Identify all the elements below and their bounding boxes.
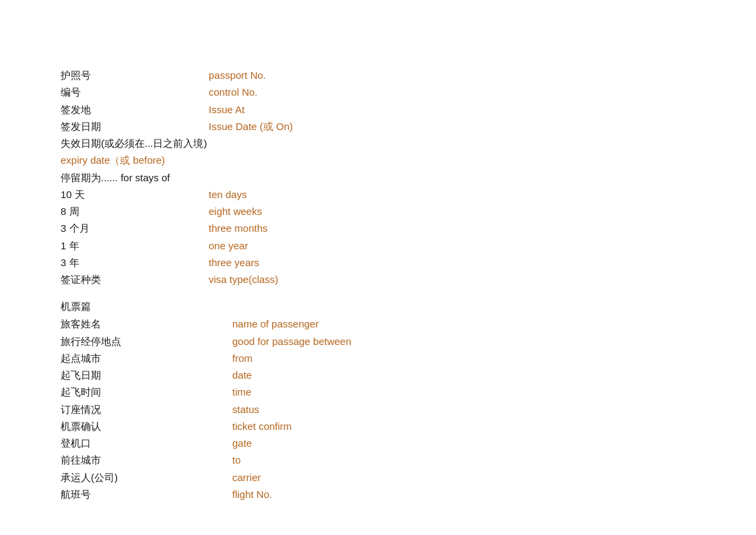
- english-text: carrier: [232, 470, 261, 485]
- passport-row: 10 天ten days: [61, 187, 756, 202]
- chinese-text: 航班号: [61, 486, 155, 502]
- chinese-text: 1 年: [61, 238, 155, 253]
- chinese-text: 8 周: [61, 203, 155, 219]
- chinese-text: 旅客姓名: [61, 316, 155, 332]
- chinese-text: 承运人(公司): [61, 470, 155, 485]
- ticket-row: 起飞时间time: [61, 384, 756, 400]
- chinese-text: 签发地: [61, 102, 155, 117]
- ticket-row: 旅行经停地点good for passage between: [61, 334, 756, 349]
- chinese-text: 失效日期(或必须在...日之前入境): [61, 135, 207, 151]
- english-text: status: [232, 402, 259, 417]
- chinese-text: 编号: [61, 84, 155, 100]
- english-text: eight weeks: [209, 203, 262, 219]
- chinese-text: 登机口: [61, 435, 155, 451]
- chinese-text: 签证种类: [61, 272, 155, 287]
- english-text: time: [232, 384, 251, 400]
- english-text: Issue At: [209, 102, 244, 117]
- english-text: to: [232, 452, 241, 468]
- chinese-text: 订座情况: [61, 402, 155, 417]
- english-text: one year: [209, 238, 248, 253]
- english-text: passport No.: [209, 67, 266, 83]
- passport-row: 签证种类visa type(class): [61, 272, 756, 287]
- chinese-text: 护照号: [61, 67, 155, 83]
- english-text: gate: [232, 435, 252, 451]
- passport-row: 停留期为...... for stays of: [61, 170, 756, 185]
- passport-row: 签发地Issue At: [61, 102, 756, 117]
- ticket-section: 机票篇旅客姓名name of passenger旅行经停地点good for p…: [61, 301, 756, 502]
- ticket-row: 旅客姓名name of passenger: [61, 316, 756, 332]
- passport-row: 签发日期Issue Date (或 On): [61, 119, 756, 134]
- english-text: good for passage between: [232, 334, 351, 349]
- english-text: control No.: [209, 84, 258, 100]
- ticket-row: 承运人(公司)carrier: [61, 470, 756, 485]
- passport-row: 1 年one year: [61, 238, 756, 253]
- english-text: date: [232, 367, 252, 383]
- chinese-text: 3 个月: [61, 220, 155, 236]
- chinese-text: expiry date（或 before): [61, 152, 165, 168]
- passport-row: 8 周eight weeks: [61, 203, 756, 219]
- chinese-text: 机票确认: [61, 418, 155, 434]
- chinese-text: 前往城市: [61, 452, 155, 468]
- chinese-text: 起飞日期: [61, 367, 155, 383]
- english-text: three years: [209, 255, 259, 270]
- english-text: flight No.: [232, 486, 272, 502]
- chinese-text: 起飞时间: [61, 384, 155, 400]
- chinese-text: 签发日期: [61, 119, 155, 134]
- ticket-row: 机票确认ticket confirm: [61, 418, 756, 434]
- ticket-row: 前往城市to: [61, 452, 756, 468]
- passport-row: 失效日期(或必须在...日之前入境): [61, 135, 756, 151]
- english-text: Issue Date (或 On): [209, 119, 293, 134]
- passport-row: expiry date（或 before): [61, 152, 756, 168]
- ticket-row: 订座情况status: [61, 402, 756, 417]
- passport-row: 3 年three years: [61, 255, 756, 270]
- ticket-row: 起飞日期date: [61, 367, 756, 383]
- passport-row: 编号control No.: [61, 84, 756, 100]
- chinese-text: 3 年: [61, 255, 155, 270]
- ticket-section-header: 机票篇: [61, 301, 756, 313]
- passport-row: 护照号passport No.: [61, 67, 756, 83]
- english-text: visa type(class): [209, 272, 278, 287]
- ticket-row: 航班号flight No.: [61, 486, 756, 502]
- english-text: name of passenger: [232, 316, 318, 332]
- chinese-text: 旅行经停地点: [61, 334, 155, 349]
- chinese-text: 停留期为...... for stays of: [61, 170, 170, 185]
- chinese-text: 起点城市: [61, 350, 155, 366]
- english-text: ten days: [209, 187, 247, 202]
- english-text: three months: [209, 220, 268, 236]
- english-text: ticket confirm: [232, 418, 291, 434]
- english-text: from: [232, 350, 252, 366]
- passport-row: 3 个月three months: [61, 220, 756, 236]
- passport-section: 护照号passport No.编号control No.签发地Issue At签…: [61, 67, 756, 287]
- ticket-row: 登机口gate: [61, 435, 756, 451]
- chinese-text: 10 天: [61, 187, 155, 202]
- ticket-row: 起点城市from: [61, 350, 756, 366]
